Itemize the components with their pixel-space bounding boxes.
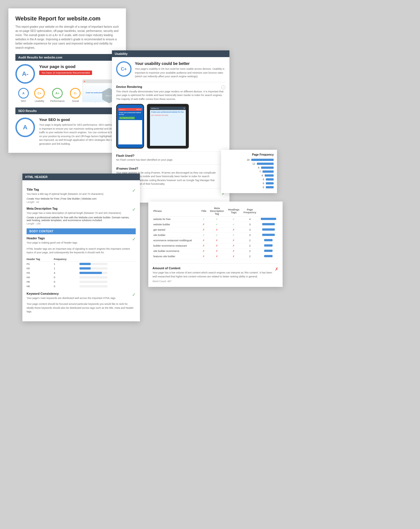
- header-bar-cell: [79, 275, 136, 280]
- freq-num: 6: [259, 186, 264, 189]
- meta-tag-length: Length : 156: [27, 222, 130, 225]
- sub-grade-usability: C+ Usability: [34, 88, 45, 103]
- usability-verdict: Your usability could be better: [135, 61, 225, 66]
- freq-card: Page Frequency 16 12 8 7 6 6 6 6: [221, 150, 277, 193]
- headings-cell: ✓: [226, 217, 241, 222]
- freq-bar: [261, 167, 274, 169]
- cross-icon: ✗: [203, 228, 205, 231]
- meta-tag-row: Meta Description Tag Your page has a met…: [27, 207, 136, 225]
- header-tags-section: Header Tags Your page is making good use…: [27, 237, 136, 289]
- check-icon: ✓: [216, 218, 218, 221]
- kw-bar: [264, 250, 273, 252]
- device-images: website.com MENU ☰ Create your professio…: [116, 104, 225, 149]
- info-icon[interactable]: i: [221, 85, 225, 89]
- flash-content: Flash Used? No Flash content has been id…: [116, 154, 173, 162]
- social-label: Social: [70, 100, 81, 102]
- cross-icon: ✗: [203, 255, 205, 258]
- kw-bar: [261, 218, 276, 220]
- freq-bar: [266, 186, 274, 188]
- keyword-consistency-row: Keyword Consistency Your page's main key…: [27, 292, 136, 301]
- table-row: H2 1: [27, 266, 136, 271]
- table-row: features site builder ✗ ✗ ✗ 2: [152, 254, 278, 259]
- title-tag-section: Title Tag You have a title tag of optima…: [27, 188, 136, 203]
- freq-row: 7: [224, 170, 274, 173]
- meta-tag-pass-icon: ✓: [132, 207, 136, 212]
- intro-text: This report grades your website on the s…: [15, 25, 119, 50]
- header-tag-cell: H2: [27, 266, 54, 271]
- usability-grade-circle-main: C+: [116, 61, 132, 77]
- cross-icon: ✗: [203, 239, 205, 242]
- phone-hero-text: Create your professional website for fre…: [119, 112, 141, 115]
- freq-cell: 3: [241, 227, 259, 233]
- header-frequency-table: Header Tag Frequency H1 1 H2 1: [27, 257, 136, 289]
- usability-top: C+ Your usability could be better Your p…: [116, 61, 225, 79]
- freq-row: 6: [224, 178, 274, 181]
- flash-text: No Flash content has been identified on …: [116, 158, 173, 162]
- social-grade-circle: C-: [70, 88, 81, 99]
- amount-section: Amount of Content Your page has a low vo…: [152, 263, 278, 283]
- cross-icon: ✗: [216, 244, 218, 247]
- bar-cell: [258, 233, 278, 238]
- sub-grade-seo: A SEO: [18, 88, 29, 103]
- freq-bar: [266, 178, 274, 181]
- tablet-mockup: website.com ☰ Create your professional w…: [147, 104, 189, 149]
- col-page-freq: PageFrequency: [241, 206, 259, 217]
- bar-cell: [258, 217, 278, 222]
- header-tag-cell: H5: [27, 280, 54, 284]
- freq-cell: 2: [241, 238, 259, 243]
- meta-tag-title: Meta Description Tag: [27, 207, 130, 210]
- seo-verdict: Your SEO is good: [39, 118, 119, 122]
- phrase-cell: site builder ecommerce: [152, 249, 200, 254]
- header-freq-cell: 0: [54, 284, 79, 289]
- meta-tag-desc: Your page has a meta description of opti…: [27, 211, 130, 215]
- kw-bar: [264, 244, 273, 247]
- header-bar-cell: [79, 266, 136, 271]
- freq-cell: 2: [241, 243, 259, 249]
- freq-cell: 4: [241, 217, 259, 222]
- amount-fail-icon: ✗: [275, 266, 278, 272]
- header-tag-cell: H1: [27, 261, 54, 266]
- phrase-cell: ecommerce restaurant multilingual: [152, 238, 200, 243]
- table-row: website builder ✗ ✓ ✓ 3: [152, 222, 278, 227]
- freq-rows: 16 12 8 7 6 6 6 6: [224, 158, 274, 189]
- amount-row: Amount of Content Your page has a low vo…: [152, 266, 278, 283]
- freq-row: 12: [224, 162, 274, 165]
- bar-container: [79, 272, 107, 274]
- header-freq-cell: 0: [54, 275, 79, 280]
- screen-dot: [84, 81, 85, 82]
- title-cell: ✓: [200, 217, 208, 222]
- headings-cell: ✗: [226, 254, 241, 259]
- cross-icon: ✗: [216, 255, 218, 258]
- meta-tag-value: Create a professional website for free w…: [27, 216, 130, 222]
- freq-bar: [262, 170, 274, 173]
- freq-card-title: Page Frequency: [224, 153, 274, 156]
- col-title: Title: [200, 206, 208, 217]
- bar-cell: [258, 222, 278, 227]
- header-bar-cell: [79, 261, 136, 266]
- title-cell: ✗: [200, 238, 208, 243]
- html-header-section-header: HTML HEADER: [22, 174, 140, 180]
- cross-icon: ✗: [233, 244, 235, 247]
- header-tag-cell: H6: [27, 284, 54, 289]
- freq-num: 6: [257, 174, 263, 177]
- body-content-header: BODY CONTENT: [27, 228, 136, 234]
- table-row: builder ecommerce restaurant ✗ ✗ ✗ 2: [152, 243, 278, 249]
- audit-section-header: Audit Results for website.com: [15, 54, 119, 61]
- cross-icon: ✗: [216, 250, 218, 252]
- phrase-cell: features site builder: [152, 254, 200, 259]
- amount-title: Amount of Content: [152, 266, 273, 270]
- check-icon: ✓: [233, 234, 235, 237]
- keyword-consistency-desc: Your page's main keywords are distribute…: [27, 296, 116, 300]
- usability-description: Your page's usability is OK but could be…: [135, 67, 225, 79]
- flash-check-row: Flash Used? No Flash content has been id…: [116, 151, 225, 164]
- meta-tag-section: Meta Description Tag Your page has a met…: [27, 207, 136, 225]
- cross-icon: ✗: [216, 239, 218, 242]
- freq-num: 12: [250, 162, 255, 165]
- phrase-cell: site builder: [152, 233, 200, 238]
- bar-container: [79, 281, 107, 283]
- title-cell: ✗: [200, 254, 208, 259]
- header-freq-cell: 1: [54, 266, 79, 271]
- header-tags-pass-icon: ✓: [132, 237, 136, 242]
- cross-icon: ✗: [233, 250, 235, 252]
- header-tags-desc: Your page is making good use of header t…: [27, 241, 78, 245]
